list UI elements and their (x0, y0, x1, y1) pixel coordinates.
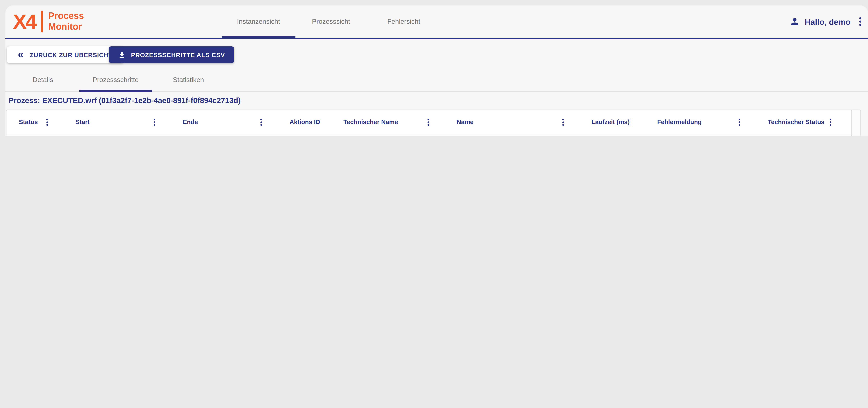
column-header-aktions-id: Aktions ID (282, 110, 336, 134)
active-sub-tab-underline (79, 90, 152, 92)
logo-product-name: Process Monitor (48, 11, 84, 32)
active-tab-underline (222, 36, 296, 39)
tab-fehlersicht[interactable]: Fehlersicht (367, 5, 441, 38)
tab-label: Prozesssicht (312, 18, 350, 25)
header-divider (5, 38, 868, 39)
logo-line1: Process (48, 11, 84, 21)
tab-prozesssicht[interactable]: Prozesssicht (296, 5, 367, 38)
column-header-technischer-name: Technischer Name (336, 110, 450, 134)
tab-label: Fehlersicht (387, 18, 420, 25)
column-label: Name (457, 119, 473, 125)
logo-divider (41, 11, 43, 32)
column-label: Technischer Status (768, 119, 825, 125)
logo-line2: Monitor (48, 22, 82, 32)
column-menu-icon[interactable] (739, 121, 740, 123)
column-label: Ende (183, 119, 198, 125)
column-label: Start (75, 119, 90, 125)
app-root: X4 Process Monitor Instanzensicht Prozes… (0, 0, 868, 136)
column-label: Fehlermeldung (657, 119, 702, 125)
column-label: Technischer Name (343, 119, 398, 125)
column-header-technischer-status: Technischer Status (761, 110, 852, 134)
column-menu-icon[interactable] (260, 121, 262, 123)
csv-button-label: PROZESSSCHRITTE ALS CSV (131, 52, 225, 58)
column-label: Laufzeit (ms) (591, 119, 630, 125)
table-row[interactable]: 03.06.2024 13:46:36,190 03.06.2024 13:46… (6, 135, 861, 136)
user-greeting: Hallo, demo (805, 17, 850, 26)
column-menu-icon[interactable] (428, 121, 429, 123)
column-menu-icon[interactable] (830, 121, 831, 123)
export-csv-button[interactable]: PROZESSSCHRITTE ALS CSV (109, 47, 234, 63)
column-header-status: Status (6, 110, 68, 134)
tab-statistiken[interactable]: Statistiken (152, 67, 225, 92)
tab-prozessschritte[interactable]: Prozessschritte (79, 67, 152, 92)
column-header-name: Name (450, 110, 584, 134)
process-steps-table: StatusStartEndeAktions IDTechnischer Nam… (6, 110, 861, 136)
column-header-fehlermeldung: Fehlermeldung (650, 110, 761, 134)
column-header-laufzeit-ms-: Laufzeit (ms) (584, 110, 650, 134)
table-scrollbar[interactable] (851, 110, 861, 136)
double-chevron-left-icon: « (18, 49, 24, 59)
app-card: X4 Process Monitor Instanzensicht Prozes… (5, 5, 868, 136)
sub-tab-label: Details (33, 76, 53, 84)
kebab-menu-icon[interactable] (859, 21, 861, 23)
column-menu-icon[interactable] (562, 121, 564, 123)
user-menu[interactable]: Hallo, demo (789, 5, 861, 38)
download-icon (118, 51, 126, 59)
column-menu-icon[interactable] (46, 121, 48, 123)
sub-tab-label: Statistiken (173, 76, 204, 84)
column-header-ende: Ende (176, 110, 282, 134)
column-header-start: Start (68, 110, 176, 134)
app-logo: X4 Process Monitor (13, 10, 84, 33)
tab-details[interactable]: Details (6, 67, 79, 92)
back-to-overview-button[interactable]: « ZURÜCK ZUR ÜBERSICHT (7, 47, 123, 63)
sub-tab-label: Prozessschritte (93, 76, 138, 84)
x4-logo-mark: X4 (13, 10, 36, 33)
tab-label: Instanzensicht (237, 18, 280, 25)
column-label: Status (19, 119, 38, 125)
tab-instanzensicht[interactable]: Instanzensicht (222, 5, 296, 38)
page-title: Prozess: EXECUTED.wrf (01f3a2f7-1e2b-4ae… (9, 96, 241, 105)
back-button-label: ZURÜCK ZUR ÜBERSICHT (30, 52, 113, 58)
table-body: 03.06.2024 13:46:36,190 03.06.2024 13:46… (6, 135, 861, 136)
column-label: Aktions ID (289, 119, 320, 125)
column-menu-icon[interactable] (154, 121, 155, 123)
table-header-row: StatusStartEndeAktions IDTechnischer Nam… (6, 110, 861, 135)
person-icon (789, 16, 800, 27)
